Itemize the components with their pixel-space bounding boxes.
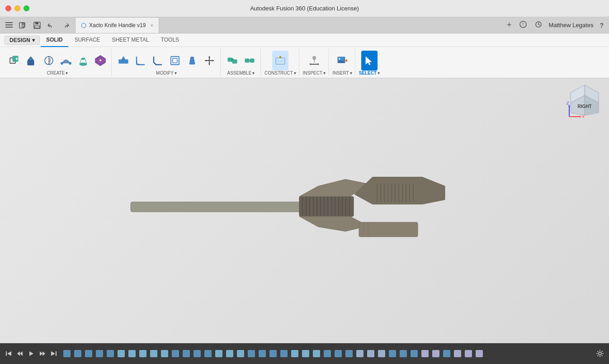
- create-label[interactable]: CREATE ▾: [47, 71, 68, 76]
- go-to-end-button[interactable]: [49, 349, 59, 358]
- select-tool-button[interactable]: [361, 51, 378, 71]
- active-tab[interactable]: ⬡ Xacto Knife Handle v19 ×: [75, 17, 159, 33]
- timeline-icon-9[interactable]: [149, 349, 159, 358]
- revolve-button[interactable]: [41, 51, 57, 71]
- timeline-icon-27[interactable]: [344, 349, 354, 358]
- timeline-icon-19[interactable]: [257, 349, 267, 358]
- svg-marker-105: [17, 351, 20, 356]
- insert-label[interactable]: INSERT ▾: [332, 71, 352, 76]
- sweep-button[interactable]: [58, 51, 74, 71]
- as-built-joint-button[interactable]: [241, 51, 258, 71]
- timeline-icon-33[interactable]: [409, 349, 419, 358]
- tab-tools[interactable]: TOOLS: [156, 33, 184, 47]
- boundary-fill-button[interactable]: ✦: [92, 51, 109, 71]
- canvas[interactable]: RIGHT X Z: [0, 78, 609, 343]
- timeline-icon-15[interactable]: [214, 349, 224, 358]
- timeline-icon-5[interactable]: [105, 349, 115, 358]
- offset-plane-button[interactable]: [272, 51, 288, 71]
- extrude-button[interactable]: [24, 51, 40, 71]
- fillet-button[interactable]: [132, 51, 149, 71]
- timeline-icon-38[interactable]: [463, 349, 473, 358]
- loft-button[interactable]: [75, 51, 91, 71]
- inspect-label[interactable]: INSPECT ▾: [303, 71, 326, 76]
- maximize-button[interactable]: [24, 5, 29, 11]
- timeline-icon-14[interactable]: [203, 349, 213, 358]
- timeline-icon-3[interactable]: [84, 349, 94, 358]
- timeline-icon-29[interactable]: [366, 349, 376, 358]
- measure-button[interactable]: [306, 51, 322, 71]
- timeline-icon-28[interactable]: [355, 349, 365, 358]
- view-cube[interactable]: RIGHT X Z: [565, 83, 604, 123]
- timeline-icon-24[interactable]: [312, 349, 321, 358]
- chamfer-button[interactable]: [150, 51, 166, 71]
- timeline-icon-2[interactable]: [73, 349, 83, 358]
- rewind-button[interactable]: [15, 349, 25, 358]
- timeline-icon-34[interactable]: [420, 349, 430, 358]
- timeline-icon-7[interactable]: [127, 349, 137, 358]
- timeline-icon-31[interactable]: [387, 349, 397, 358]
- file-menu-button[interactable]: [17, 21, 29, 30]
- timeline-icon-32[interactable]: [398, 349, 408, 358]
- play-button[interactable]: [26, 349, 36, 358]
- history-button[interactable]: [533, 20, 544, 30]
- press-pull-button[interactable]: [115, 51, 132, 71]
- timeline-icon-30[interactable]: [377, 349, 387, 358]
- draft-button[interactable]: [184, 51, 200, 71]
- tab-sheet-metal[interactable]: SHEET METAL: [106, 33, 154, 47]
- svg-marker-27: [122, 57, 125, 60]
- tab-solid[interactable]: SOLID: [41, 33, 68, 47]
- help-button[interactable]: ?: [598, 21, 605, 30]
- minimize-button[interactable]: [14, 5, 20, 11]
- user-name: Matthew Legates: [548, 22, 593, 28]
- scale-button[interactable]: [201, 51, 217, 71]
- timeline-icon-6[interactable]: [116, 349, 126, 358]
- select-group: SELECT ▾: [356, 49, 382, 76]
- redo-button[interactable]: [60, 21, 71, 29]
- shell-button[interactable]: [167, 51, 183, 71]
- timeline-icon-35[interactable]: [431, 349, 441, 358]
- construct-label[interactable]: CONSTRUCT ▾: [264, 71, 296, 76]
- modify-label[interactable]: MODIFY ▾: [156, 71, 177, 76]
- timeline-icon-18[interactable]: [246, 349, 256, 358]
- svg-marker-110: [51, 351, 55, 356]
- tab-surface[interactable]: SURFACE: [69, 33, 106, 47]
- timeline-icon-8[interactable]: [138, 349, 148, 358]
- design-dropdown[interactable]: DESIGN ▾: [5, 36, 40, 45]
- timeline-icon-1[interactable]: [62, 349, 72, 358]
- joint-button[interactable]: [224, 51, 241, 71]
- timeline-icon-4[interactable]: [94, 349, 104, 358]
- timeline-icon-20[interactable]: [268, 349, 278, 358]
- timeline-icon-16[interactable]: [225, 349, 235, 358]
- go-to-start-button[interactable]: [4, 349, 14, 358]
- fast-forward-button[interactable]: [38, 349, 47, 358]
- close-button[interactable]: [5, 5, 11, 11]
- svg-text:!: !: [523, 22, 524, 27]
- svg-point-111: [599, 352, 601, 355]
- timeline-icon-13[interactable]: [192, 349, 202, 358]
- undo-button[interactable]: [45, 21, 57, 29]
- timeline-icon-37[interactable]: [453, 349, 463, 358]
- save-button[interactable]: [32, 21, 42, 30]
- select-label[interactable]: SELECT ▾: [359, 71, 380, 76]
- timeline-icon-10[interactable]: [160, 349, 170, 358]
- select-buttons: [361, 49, 378, 71]
- timeline-icon-26[interactable]: [333, 349, 343, 358]
- timeline-icon-17[interactable]: [236, 349, 245, 358]
- timeline-icon-25[interactable]: [322, 349, 332, 358]
- insert-image-button[interactable]: [334, 51, 350, 71]
- settings-button[interactable]: [595, 349, 605, 359]
- tab-close-icon[interactable]: ×: [150, 23, 153, 28]
- timeline-icon-11[interactable]: [170, 349, 180, 358]
- timeline-icon-23[interactable]: [301, 349, 311, 358]
- timeline-icon-21[interactable]: [279, 349, 289, 358]
- assemble-label[interactable]: ASSEMBLE ▾: [227, 71, 255, 76]
- app-menu-button[interactable]: [4, 21, 14, 29]
- toolbar-buttons: ✦ CREATE ▾: [0, 47, 609, 78]
- timeline-icon-39[interactable]: [474, 349, 484, 358]
- timeline-icon-22[interactable]: [290, 349, 300, 358]
- timeline-icon-36[interactable]: [442, 349, 452, 358]
- new-component-button[interactable]: [6, 51, 23, 71]
- timeline-icon-12[interactable]: [181, 349, 191, 358]
- new-tab-button[interactable]: +: [505, 19, 514, 31]
- notifications-button[interactable]: !: [518, 20, 529, 30]
